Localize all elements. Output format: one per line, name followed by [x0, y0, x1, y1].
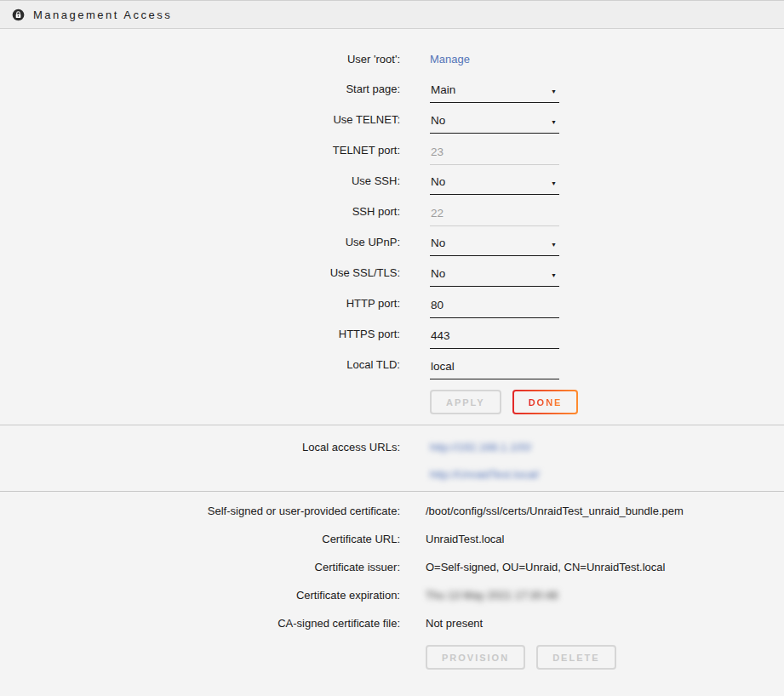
field-label: HTTPS port: [0, 328, 400, 340]
field-label: Use UPnP: [0, 236, 400, 248]
start-page-select[interactable]: Main ▼ [430, 83, 559, 103]
cert-row-url: Certificate URL: UnraidTest.local [0, 525, 784, 553]
form-row-use-ssl: Use SSL/TLS: No ▼ [0, 257, 784, 288]
chevron-down-icon: ▼ [551, 180, 557, 186]
cert-row-bundle: Self-signed or user-provided certificate… [0, 497, 784, 525]
field-label: TELNET port: [0, 144, 400, 157]
field-label: Certificate issuer: [0, 561, 400, 573]
page-title: Management Access [33, 9, 172, 21]
local-access-url-1[interactable]: http://192.168.1.100/ [430, 441, 531, 454]
select-value: No [431, 175, 445, 188]
field-label: Local TLD: [0, 358, 400, 371]
cert-row-expiration: Certificate expiration: Thu 13 May 2021 … [0, 581, 784, 609]
field-label: Certificate expiration: [0, 589, 400, 602]
chevron-down-icon: ▼ [551, 88, 557, 94]
field-label: SSH port: [0, 205, 400, 218]
form-row-start-page: Start page: Main ▼ [0, 73, 784, 104]
select-value: Main [431, 83, 455, 96]
provision-button[interactable]: PROVISION [426, 645, 525, 670]
ca-cert-file-value: Not present [426, 617, 784, 630]
certificate-section: Self-signed or user-provided certificate… [0, 492, 784, 683]
chevron-down-icon: ▼ [551, 272, 557, 278]
certificate-actions: PROVISION DELETE [426, 645, 784, 670]
cert-row-issuer: Certificate issuer: O=Self-signed, OU=Un… [0, 553, 784, 581]
apply-button[interactable]: APPLY [430, 390, 501, 414]
http-port-input[interactable] [430, 299, 559, 318]
local-access-url-2[interactable]: http://UnraidTest.local/ [430, 468, 540, 481]
select-value: No [431, 237, 445, 249]
https-port-input[interactable] [430, 329, 559, 349]
field-label: CA-signed certificate file: [0, 617, 400, 630]
section-header: Management Access [0, 0, 784, 29]
form-row-ssh-port: SSH port: [0, 196, 784, 226]
local-access-urls-section: Local access URLs: http://192.168.1.100/… [0, 425, 784, 491]
form-row-user-root: User 'root': Manage [0, 44, 784, 73]
telnet-port-input [430, 145, 559, 165]
field-label: Self-signed or user-provided certificate… [0, 505, 400, 517]
form-row-use-telnet: Use TELNET: No ▼ [0, 104, 784, 134]
field-label: HTTP port: [0, 297, 400, 310]
lock-circle-icon [12, 9, 25, 21]
field-label: Use TELNET: [0, 113, 400, 126]
field-label: User 'root': [0, 53, 400, 66]
cert-expiration-value: Thu 13 May 2021 17:30:48 [426, 589, 558, 602]
form-row-https-port: HTTPS port: [0, 318, 784, 349]
form-row-local-tld: Local TLD: [0, 349, 784, 379]
form-row-telnet-port: TELNET port: [0, 134, 784, 165]
use-upnp-select[interactable]: No ▼ [430, 237, 559, 256]
form-row-http-port: HTTP port: [0, 288, 784, 318]
cert-url-value: UnraidTest.local [426, 533, 784, 545]
use-telnet-select[interactable]: No ▼ [430, 114, 559, 134]
management-form: User 'root': Manage Start page: Main ▼ U… [0, 29, 784, 425]
select-value: No [431, 267, 445, 280]
select-value: No [431, 114, 445, 127]
use-ssl-select[interactable]: No ▼ [430, 267, 559, 287]
ssh-port-input [430, 207, 559, 226]
delete-button[interactable]: DELETE [536, 645, 615, 670]
form-row-use-ssh: Use SSH: No ▼ [0, 165, 784, 196]
field-label: Certificate URL: [0, 533, 400, 545]
form-actions: APPLY DONE [430, 390, 784, 414]
chevron-down-icon: ▼ [551, 119, 557, 125]
form-row-use-upnp: Use UPnP: No ▼ [0, 226, 784, 257]
local-tld-input[interactable] [430, 360, 559, 379]
field-label: Start page: [0, 83, 400, 95]
field-label: Use SSL/TLS: [0, 266, 400, 279]
cert-issuer-value: O=Self-signed, OU=Unraid, CN=UnraidTest.… [426, 561, 784, 573]
use-ssh-select[interactable]: No ▼ [430, 175, 559, 195]
done-button[interactable]: DONE [512, 390, 579, 414]
field-label: Use SSH: [0, 174, 400, 187]
cert-bundle-path: /boot/config/ssl/certs/UnraidTest_unraid… [426, 505, 784, 517]
manage-link[interactable]: Manage [430, 53, 470, 66]
cert-row-ca-file: CA-signed certificate file: Not present [0, 609, 784, 637]
field-label: Local access URLs: [0, 439, 400, 481]
chevron-down-icon: ▼ [551, 242, 557, 248]
